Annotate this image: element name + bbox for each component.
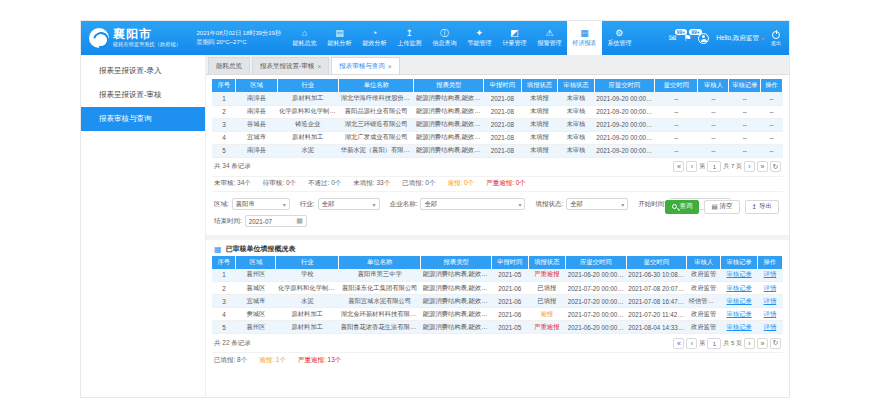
fill-status-select[interactable]: 全部▾	[566, 198, 628, 210]
filter-panel: 区域: 襄阳市▾ 行业: 全部▾ 企业名称:	[212, 191, 783, 233]
column-header: 填报状态	[528, 256, 566, 269]
table-cell: 原材料加工	[276, 321, 339, 334]
nav-item-6[interactable]: ✦节能管理	[462, 21, 497, 55]
column-header: 提交时间	[655, 79, 698, 92]
end-time-input[interactable]: 2021-07▦	[245, 215, 307, 227]
table-cell: 2021-05	[492, 269, 529, 282]
audited-reports-table: 序号区域行业单位名称报表类型申报时间填报状态应提交时间提交时间审核人审核记录操作…	[212, 256, 783, 335]
nav-item-8[interactable]: ⚠报警管理	[532, 21, 567, 55]
app-window: 襄阳市 能耗在线监管系统（政府端） 2021年08月02日 18时39分19秒 …	[80, 20, 790, 398]
table-cell: 能源消费结构表,能效指标情...	[421, 321, 492, 334]
detail-link[interactable]: 详情	[764, 270, 777, 277]
column-header: 操作	[757, 256, 782, 269]
sidebar-item-3[interactable]: 报表审核与查询	[81, 107, 205, 131]
table-cell: 未审核	[558, 144, 595, 157]
nav-item-label: 上传监测	[397, 39, 421, 48]
leaf-icon: ✦	[476, 28, 484, 38]
first-page-button[interactable]: «	[673, 338, 684, 349]
tab-2[interactable]: 报表呈报设置-审核×	[252, 57, 329, 74]
detail-link[interactable]: 详情	[764, 310, 777, 317]
company-select[interactable]: 全部▾	[420, 198, 525, 210]
refresh-icon[interactable]: ↻	[770, 338, 781, 349]
audit-record-link[interactable]: 审核记录	[726, 323, 751, 330]
nav-item-2[interactable]: ▤能耗分析	[322, 21, 357, 55]
table-cell: 未填报	[521, 131, 558, 144]
last-page-button[interactable]: »	[757, 161, 768, 172]
table-cell: 原材料加工	[277, 92, 339, 105]
prev-page-button[interactable]: ‹	[686, 338, 697, 349]
column-header: 应提交时间	[594, 79, 654, 92]
logout-button[interactable]: 退出	[771, 31, 781, 46]
detail-link[interactable]: 详情	[764, 323, 777, 330]
tab-3[interactable]: 报表审核与查询×	[331, 57, 400, 74]
table-cell: 能源消费结构表,能效指标情...	[421, 282, 492, 295]
last-page-button[interactable]: »	[757, 338, 768, 349]
nav-item-7[interactable]: ◩计量管理	[497, 21, 532, 55]
sidebar-item-1[interactable]: 报表呈报设置-录入	[81, 59, 205, 83]
column-header: 审核人	[698, 79, 729, 92]
region-select[interactable]: 襄阳市▾	[232, 198, 290, 210]
chevron-down-icon: ▾	[518, 201, 521, 208]
table-cell: 未审核	[558, 105, 595, 118]
next-page-button[interactable]: ›	[744, 338, 755, 349]
page-prefix-label: 第	[699, 162, 705, 171]
audit-record-link[interactable]: 审核记录	[726, 310, 751, 317]
export-button[interactable]: ↥ 导出	[745, 200, 779, 214]
table-cell: 铸造企业	[277, 118, 339, 131]
table-cell: 未审核	[558, 92, 595, 105]
summary-item: 未审核: 34个	[214, 179, 251, 188]
report-icon: ▦	[580, 28, 589, 38]
weekday-weather: 星期四 20°C~27°C	[197, 38, 281, 47]
table-row: 5南漳县水泥华新水泥（襄阳）有限公司能源消费结构表,能效指标...2021-08…	[212, 144, 783, 157]
refresh-icon[interactable]: ↻	[770, 161, 781, 172]
table-cell: 审核记录	[721, 321, 758, 334]
current-date: 2021年08月02日 18时39分19秒	[197, 29, 281, 38]
bar-chart-icon: ▤	[335, 28, 344, 38]
nav-item-10[interactable]: ⚙系统管理	[602, 21, 637, 55]
export-icon: ↥	[752, 203, 757, 211]
summary-item: 待审核: 0个	[263, 179, 296, 188]
table2-pagination: «‹第1共 5 页›»↻	[673, 338, 781, 349]
audit-record-link[interactable]: 审核记录	[726, 297, 751, 304]
close-icon[interactable]: ×	[388, 63, 392, 70]
column-header: 序号	[212, 79, 236, 92]
detail-link[interactable]: 详情	[764, 297, 777, 304]
table-cell: 审核记录	[721, 269, 758, 282]
sidebar-item-2[interactable]: 报表呈报设置-审核	[81, 83, 205, 107]
message-icon[interactable]: ✉99+	[669, 33, 677, 43]
next-page-button[interactable]: ›	[744, 161, 755, 172]
user-avatar-icon[interactable]	[698, 33, 709, 44]
nav-item-5[interactable]: ⓘ信息查询	[427, 21, 462, 55]
nav-item-3[interactable]: ◔能效分析	[357, 21, 392, 55]
search-button[interactable]: 查询	[665, 200, 699, 214]
detail-link[interactable]: 详情	[764, 284, 777, 291]
tab-label: 报表审核与查询	[339, 62, 385, 71]
tab-1[interactable]: 能耗总览	[208, 57, 250, 74]
calendar-icon: ▦	[296, 217, 303, 225]
notification-icon[interactable]: ⚑99+	[683, 33, 691, 43]
header-row: 序号区域行业单位名称报表类型申报时间填报状态审核状态应提交时间提交时间审核人审核…	[212, 79, 783, 92]
audit-record-link[interactable]: 审核记录	[726, 270, 751, 277]
alarm-icon: ⚠	[545, 28, 553, 38]
column-header: 单位名称	[339, 79, 414, 92]
prev-page-button[interactable]: ‹	[686, 161, 697, 172]
column-header: 审核记录	[721, 256, 758, 269]
page-input[interactable]: 1	[707, 161, 721, 172]
summary-item: 严重逾报: 13个	[298, 356, 341, 365]
logo-globe-icon	[89, 28, 109, 48]
table-cell: 水泥	[277, 144, 339, 157]
table-cell: 2021-07-20 00:00:00	[566, 295, 626, 308]
user-menu[interactable]: Hello,政府监管 ▾	[716, 34, 764, 43]
close-icon[interactable]: ×	[317, 63, 321, 70]
page-input[interactable]: 1	[707, 338, 721, 349]
audit-record-link[interactable]: 审核记录	[726, 284, 751, 291]
nav-item-9[interactable]: ▦经济报表	[567, 21, 602, 55]
industry-label: 行业:	[300, 200, 315, 209]
nav-item-4[interactable]: ↥上传监测	[392, 21, 427, 55]
clear-button[interactable]: ▤ 清空	[704, 200, 739, 214]
sidebar: 报表呈报设置-录入报表呈报设置-审核报表审核与查询	[81, 55, 206, 397]
app-title: 襄阳市	[113, 28, 185, 41]
first-page-button[interactable]: «	[673, 161, 684, 172]
nav-item-1[interactable]: ⌂能耗总览	[287, 21, 322, 55]
industry-select[interactable]: 全部▾	[318, 198, 380, 210]
